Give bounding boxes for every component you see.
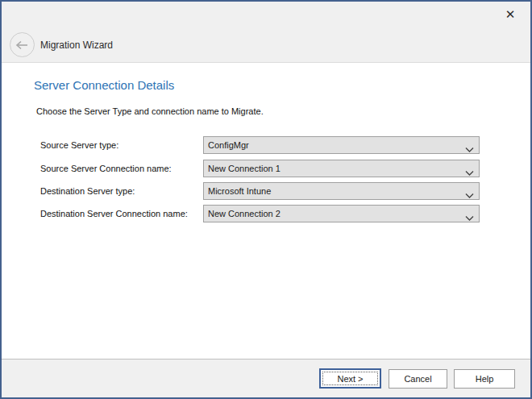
instruction-text: Choose the Server Type and connection na… [36, 106, 264, 116]
dropdown-selected-value: Microsoft Intune [208, 186, 465, 196]
footer-button-bar: Next > Cancel Help [2, 359, 530, 397]
chevron-down-icon [465, 210, 474, 217]
window-chrome: ✕ Migration Wizard [2, 2, 530, 63]
form-row-destination-connection-name: Destination Server Connection name: New … [2, 205, 532, 222]
back-arrow-icon [15, 40, 29, 50]
close-icon: ✕ [505, 7, 516, 22]
back-button[interactable] [10, 32, 35, 57]
destination-server-type-dropdown[interactable]: Microsoft Intune [203, 182, 480, 200]
chevron-down-icon [465, 165, 474, 172]
chevron-down-icon [465, 142, 474, 148]
form-row-destination-server-type: Destination Server type: Microsoft Intun… [2, 182, 532, 200]
field-label: Destination Server type: [40, 186, 135, 196]
wizard-title: Migration Wizard [40, 39, 113, 51]
dropdown-selected-value: New Connection 2 [208, 209, 465, 218]
form-row-source-server-type: Source Server type: ConfigMgr [2, 136, 532, 154]
close-button[interactable]: ✕ [498, 5, 522, 24]
cancel-button[interactable]: Cancel [389, 369, 447, 389]
destination-connection-name-dropdown[interactable]: New Connection 2 [203, 205, 480, 222]
source-connection-name-dropdown[interactable]: New Connection 1 [203, 160, 480, 177]
dropdown-selected-value: New Connection 1 [208, 164, 465, 173]
field-label: Source Server type: [40, 140, 118, 150]
chevron-down-icon [465, 188, 474, 194]
source-server-type-dropdown[interactable]: ConfigMgr [203, 136, 480, 154]
page-title: Server Connection Details [34, 78, 174, 92]
help-button[interactable]: Help [454, 369, 515, 389]
form-row-source-connection-name: Source Server Connection name: New Conne… [2, 160, 532, 177]
migration-wizard-window: ✕ Migration Wizard Server Connection Det… [0, 0, 532, 399]
field-label: Destination Server Connection name: [40, 209, 188, 218]
field-label: Source Server Connection name: [40, 164, 172, 173]
next-button[interactable]: Next > [319, 368, 381, 389]
dropdown-selected-value: ConfigMgr [208, 140, 465, 150]
